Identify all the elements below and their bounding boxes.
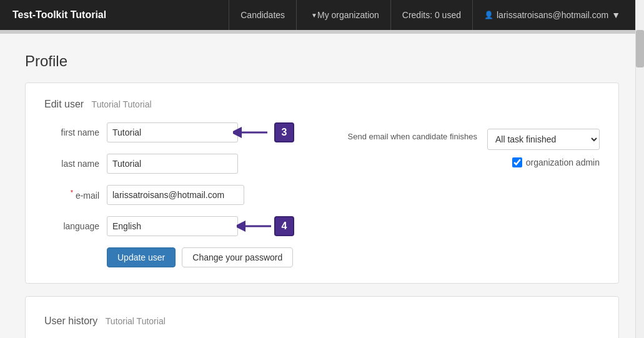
- annotation-3-container: 3: [233, 122, 294, 142]
- last-name-label: last name: [44, 159, 107, 169]
- language-row: language: [44, 216, 310, 236]
- form-left-column: first name: [44, 122, 310, 267]
- user-history-subtitle: Tutorial Tutorial: [106, 316, 166, 326]
- edit-user-subtitle: Tutorial Tutorial: [92, 99, 152, 109]
- last-name-input[interactable]: [107, 154, 238, 174]
- email-row: * e-mail: [44, 185, 310, 205]
- form-layout: first name: [44, 122, 600, 267]
- arrow-4-icon: [237, 217, 274, 236]
- first-name-label: first name: [44, 127, 107, 137]
- send-email-select[interactable]: All task finished: [487, 129, 600, 150]
- credits-display: Credits: 0 used: [391, 0, 473, 30]
- language-label: language: [44, 221, 107, 231]
- language-input-container: 4: [107, 216, 238, 236]
- main-content: Profile Edit user Tutorial Tutorial firs…: [0, 34, 644, 338]
- last-name-row: last name: [44, 154, 310, 174]
- user-menu[interactable]: 👤 larissatroisans@hotmail.com ▼: [473, 0, 632, 30]
- form-buttons: Update user Change your password: [107, 247, 310, 267]
- badge-4: 4: [274, 216, 294, 236]
- send-email-label: Send email when candidate finishes: [348, 132, 477, 142]
- org-admin-checkbox[interactable]: [512, 157, 522, 167]
- first-name-row: first name: [44, 122, 310, 142]
- arrow-3-icon: [233, 123, 270, 142]
- send-email-row: Send email when candidate finishes All t…: [335, 129, 600, 150]
- page-title: Profile: [25, 52, 619, 70]
- user-history-title: User history Tutorial Tutorial: [44, 316, 600, 327]
- edit-user-section-title: Edit user Tutorial Tutorial: [44, 99, 600, 110]
- user-history-card: User history Tutorial Tutorial: [25, 296, 619, 338]
- first-name-input-container: 3: [107, 122, 238, 142]
- change-password-button[interactable]: Change your password: [182, 247, 293, 267]
- my-org-nav-item[interactable]: ▼ My organization: [297, 0, 391, 30]
- annotation-4-container: 4: [237, 216, 294, 236]
- language-input[interactable]: [107, 216, 238, 236]
- user-icon: 👤: [484, 11, 493, 19]
- main-nav: Candidates ▼ My organization Credits: 0 …: [229, 0, 632, 30]
- org-admin-label: organization admin: [526, 157, 600, 167]
- profile-card: Edit user Tutorial Tutorial first name: [25, 82, 619, 284]
- my-org-dropdown-arrow: ▼: [311, 12, 317, 19]
- app-brand: Test-Toolkit Tutorial: [12, 9, 229, 21]
- last-name-input-container: [107, 154, 238, 174]
- scrollbar-thumb[interactable]: [636, 30, 644, 67]
- candidates-nav-item[interactable]: Candidates: [229, 0, 297, 30]
- badge-3: 3: [274, 122, 294, 142]
- header: Test-Toolkit Tutorial Candidates ▼ My or…: [0, 0, 644, 30]
- form-right-column: Send email when candidate finishes All t…: [335, 122, 600, 267]
- org-admin-row: organization admin: [335, 157, 600, 167]
- update-user-button[interactable]: Update user: [107, 247, 176, 267]
- email-label: * e-mail: [44, 189, 107, 201]
- email-input[interactable]: [107, 185, 244, 205]
- required-star: *: [71, 189, 73, 196]
- user-dropdown-arrow: ▼: [612, 10, 620, 20]
- scrollbar-track[interactable]: [635, 0, 644, 338]
- first-name-input[interactable]: [107, 122, 238, 142]
